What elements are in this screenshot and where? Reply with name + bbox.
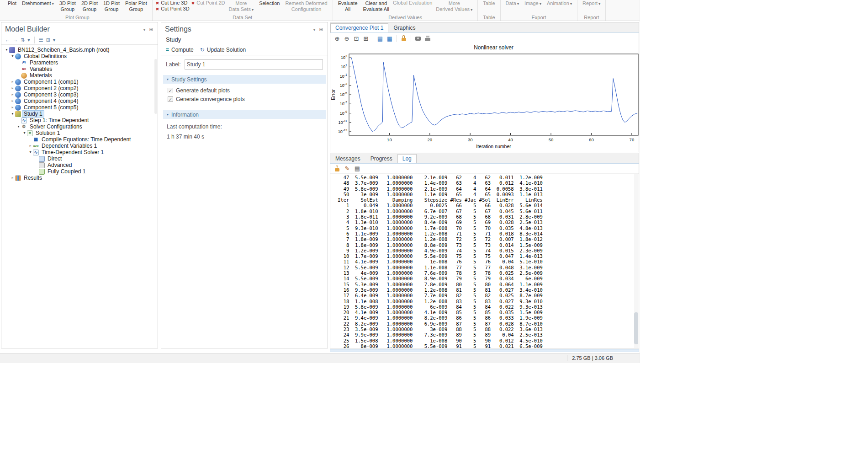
tree-item-component-4-comp4[interactable]: ▸Component 4 (comp4) xyxy=(3,98,158,104)
expand-open-icon[interactable]: ▾ xyxy=(28,149,33,155)
tab-messages[interactable]: Messages xyxy=(330,154,365,163)
table-button[interactable]: Table xyxy=(481,0,497,7)
panel-menu-icon[interactable]: ▾ xyxy=(312,27,318,32)
3d-plot-group-button[interactable]: 3D Plot Group xyxy=(58,0,78,13)
section-information[interactable]: ▾ Information xyxy=(163,110,326,119)
2d-plot-group-button[interactable]: 2D Plot Group xyxy=(79,0,100,13)
plot-button[interactable]: Plot xyxy=(6,0,18,7)
zoom-extents-icon[interactable] xyxy=(362,34,370,43)
tree-item-solution-1[interactable]: ▾=Solution 1 xyxy=(3,130,158,136)
collapse-all-icon[interactable]: ☰ xyxy=(39,37,43,43)
more-derived-values-button[interactable]: More Derived Values ▾ xyxy=(434,0,474,13)
more-data-sets-button[interactable]: More Data Sets ▾ xyxy=(227,0,256,13)
tree-item-direct[interactable]: Direct xyxy=(3,155,158,162)
report-button[interactable]: Report ▾ xyxy=(581,0,602,7)
tab-graphics[interactable]: Graphics xyxy=(388,23,420,32)
tab-convergence-plot-1[interactable]: Convergence Plot 1 xyxy=(330,23,388,32)
plot-table-icon[interactable] xyxy=(386,34,394,43)
tree-item-component-1-comp1[interactable]: ▸Component 1 (comp1) xyxy=(3,79,158,85)
columns-icon[interactable] xyxy=(353,165,361,173)
study-label-input[interactable] xyxy=(185,59,323,70)
back-icon[interactable]: ← xyxy=(5,37,10,43)
drehmoment-button[interactable]: Drehmoment ▾ xyxy=(20,0,56,7)
checkbox-generate-convergence-plots[interactable]: ✓ Generate convergence plots xyxy=(161,95,328,104)
tree-item-compile-equations-time-dependent[interactable]: ▦Compile Equations: Time Dependent xyxy=(3,136,158,143)
polar-plot-group-button[interactable]: Polar Plot Group xyxy=(123,0,149,13)
tree-item-materials[interactable]: Materials xyxy=(3,72,158,79)
move-node-icon[interactable]: ⇅ xyxy=(21,37,25,43)
expand-open-icon[interactable]: ▾ xyxy=(22,130,27,136)
zoom-box-icon[interactable] xyxy=(352,34,360,43)
update-solution-button[interactable]: ↻ Update Solution xyxy=(200,47,246,53)
convergence-plot-canvas[interactable]: Nonlinear solver10310110-110-310-510-710… xyxy=(330,44,639,152)
node-grouping-icon[interactable]: ⊞ xyxy=(46,37,50,43)
image-button[interactable]: Image ▾ xyxy=(523,0,543,7)
tree-item-time-dependent-solver-1[interactable]: ▾∿Time-Dependent Solver 1 xyxy=(3,149,158,155)
tree-item-parameters[interactable]: PiParameters xyxy=(3,59,158,66)
zoom-in-icon[interactable] xyxy=(333,34,341,43)
remesh-deformed-configuration-button[interactable]: Remesh Deformed Configuration xyxy=(283,0,329,13)
global-evaluation-button[interactable]: Global Evaluation xyxy=(393,0,432,6)
checkbox-generate-default-plots[interactable]: ✓ Generate default plots xyxy=(161,86,328,95)
dropdown-icon[interactable]: ▾ xyxy=(27,37,30,43)
ribbon-group-label: Report xyxy=(581,15,602,21)
compute-button[interactable]: = Compute xyxy=(166,47,194,53)
zoom-out-icon[interactable] xyxy=(343,34,351,43)
section-study-settings[interactable]: ▾ Study Settings xyxy=(163,75,326,84)
tree-item-variables[interactable]: a=Variables xyxy=(3,66,158,72)
tree-item-advanced[interactable]: Advanced xyxy=(3,162,158,168)
print-icon[interactable] xyxy=(423,34,432,43)
tree-item-component-3-comp3[interactable]: ▸Component 3 (comp3) xyxy=(3,91,158,98)
log-horizontal-scrollbar[interactable] xyxy=(330,349,639,352)
clear-and-evaluate-all-button[interactable]: Clear and Evaluate All xyxy=(361,0,391,13)
tree-item-results[interactable]: ▸Results xyxy=(3,175,158,181)
panel-dock-icon[interactable]: ⊞ xyxy=(318,27,325,32)
expand-closed-icon[interactable]: ▸ xyxy=(10,85,15,91)
tree-item-component-2-comp2[interactable]: ▸Component 2 (comp2) xyxy=(3,85,158,91)
log-scrollbar[interactable] xyxy=(634,174,638,348)
settings-title: Settings xyxy=(165,25,312,33)
selection-button[interactable]: Selection xyxy=(257,0,281,7)
tree-item-bn112-scheiben-4-basis-mph-root[interactable]: ▾BN112_Scheiben_4_Basis.mph (root) xyxy=(3,47,158,53)
expand-closed-icon[interactable]: ▸ xyxy=(10,98,15,104)
cut-point-3d-button[interactable]: ✖Cut Point 3D xyxy=(156,6,190,12)
convergence-plot-svg: Nonlinear solver10310110-110-310-510-710… xyxy=(330,44,639,152)
tree-item-step-1-time-dependent[interactable]: ∿Step 1: Time Dependent xyxy=(3,117,158,123)
tree-item-dependent-variables-1[interactable]: ▸uvwDependent Variables 1 xyxy=(3,143,158,149)
expand-open-icon[interactable]: ▾ xyxy=(4,47,9,53)
cut-point-2d-button[interactable]: ✖Cut Point 2D xyxy=(191,0,225,6)
tab-log[interactable]: Log xyxy=(397,154,417,163)
expand-closed-icon[interactable]: ▸ xyxy=(10,79,15,85)
expand-open-icon[interactable]: ▾ xyxy=(10,111,15,117)
snapshot-icon[interactable] xyxy=(414,34,422,43)
log-scrollbar-thumb[interactable] xyxy=(634,312,638,344)
data-button[interactable]: Data ▾ xyxy=(504,0,521,7)
filter-dropdown-icon[interactable]: ▾ xyxy=(53,37,56,43)
animation-button[interactable]: Animation ▾ xyxy=(545,0,574,7)
model-builder-scrollbar[interactable] xyxy=(154,59,157,114)
panel-dock-icon[interactable]: ⊞ xyxy=(148,27,155,32)
forward-icon[interactable]: → xyxy=(13,37,18,43)
plot-grid-icon[interactable] xyxy=(376,34,384,43)
tree-item-study-1[interactable]: ▾Study 1 xyxy=(3,111,158,117)
edit-icon[interactable] xyxy=(343,165,351,173)
expand-closed-icon[interactable]: ▸ xyxy=(10,104,15,111)
tree-item-global-definitions[interactable]: ▾Global Definitions xyxy=(3,53,158,59)
tree-item-fully-coupled-1[interactable]: Fully Coupled 1 xyxy=(3,168,158,175)
expand-open-icon[interactable]: ▾ xyxy=(10,53,15,59)
lock-icon[interactable] xyxy=(333,165,341,173)
expand-closed-icon[interactable]: ▸ xyxy=(10,91,15,98)
expand-closed-icon[interactable]: ▸ xyxy=(10,175,15,181)
expand-open-icon[interactable]: ▾ xyxy=(16,123,21,130)
tree-item-solver-configurations[interactable]: ▾⚙Solver Configurations xyxy=(3,123,158,130)
lock-icon[interactable] xyxy=(400,34,408,43)
tree-item-label: Variables xyxy=(28,66,53,72)
panel-menu-icon[interactable]: ▾ xyxy=(142,27,148,32)
expand-closed-icon[interactable]: ▸ xyxy=(28,143,33,149)
tree-item-component-5-comp5[interactable]: ▸Component 5 (comp5) xyxy=(3,104,158,111)
1d-plot-group-button[interactable]: 1D Plot Group xyxy=(101,0,122,13)
tab-progress[interactable]: Progress xyxy=(365,154,397,163)
evaluate-all-button[interactable]: Evaluate All xyxy=(336,0,360,13)
solver-log-text[interactable]: 47 5.5e-009 1.0000000 2.1e-009 62 4 62 0… xyxy=(330,174,639,349)
cut-line-3d-button[interactable]: ✖Cut Line 3D xyxy=(156,0,190,6)
